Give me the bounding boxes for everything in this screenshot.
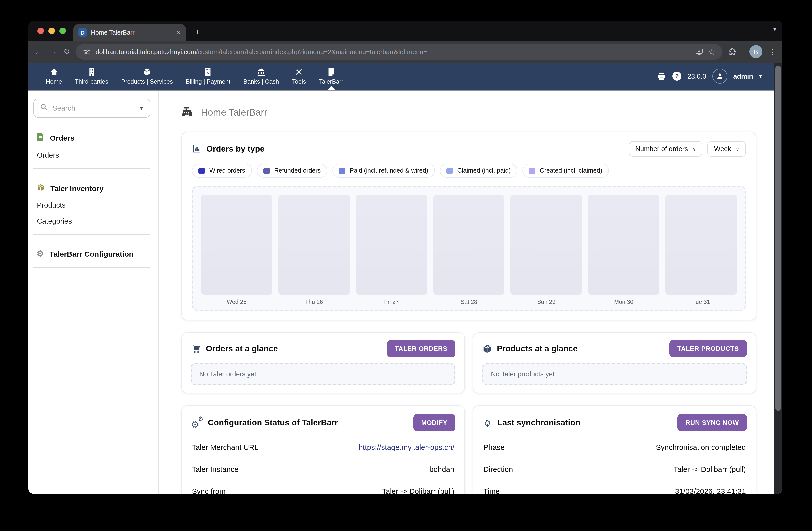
print-icon[interactable] [657, 72, 667, 81]
orders-period-select[interactable]: Week ∨ [708, 141, 746, 157]
sidebar-item-products[interactable]: Products [37, 201, 150, 209]
browser-toolbar: ← → ↻ dolibarr.tutorial.taler.potuzhnyi.… [29, 41, 783, 62]
module-icon [328, 67, 335, 76]
merchant-url-link[interactable]: https://stage.my.taler-ops.ch/ [359, 443, 454, 451]
close-tab-icon[interactable]: × [176, 29, 181, 36]
legend-item-paid[interactable]: Paid (incl. refunded & wired) [332, 164, 435, 178]
chart-column: Fri 27 [356, 195, 427, 306]
install-app-icon[interactable] [695, 47, 703, 56]
orders-empty-state: No Taler orders yet [191, 363, 455, 385]
product-box-icon [482, 344, 492, 353]
user-menu-chevron-icon[interactable]: ▾ [759, 73, 762, 79]
sidebar-section-taler-inventory[interactable]: Taler Inventory [37, 184, 150, 193]
gear-icon: ⚙ [37, 250, 44, 258]
row-label: Phase [483, 443, 505, 451]
x-tick-label: Sun 29 [511, 295, 582, 306]
chart-column: Mon 30 [588, 195, 660, 306]
building-icon [88, 67, 96, 76]
orders-metric-select[interactable]: Number of orders ∨ [629, 141, 703, 157]
zoom-window-button[interactable] [59, 28, 66, 34]
profile-avatar[interactable]: B [750, 45, 763, 58]
active-menu-caret [328, 86, 335, 89]
nav-item-home[interactable]: Home [40, 62, 69, 89]
nav-label: Products | Services [121, 78, 173, 85]
legend-label: Claimed (incl. paid) [457, 167, 511, 174]
legend-swatch [199, 167, 205, 174]
help-icon[interactable]: ? [672, 72, 682, 81]
reload-icon[interactable]: ↻ [63, 47, 70, 56]
minimize-window-button[interactable] [48, 28, 55, 34]
close-window-button[interactable] [38, 28, 44, 34]
modify-button[interactable]: MODIFY [413, 414, 455, 431]
nav-label: Banks | Cash [244, 78, 279, 85]
bar-placeholder [666, 195, 737, 295]
browser-window: D Home TalerBarr × + ▾ ← → ↻ dolibarr.tu… [29, 20, 783, 494]
select-value: Number of orders [636, 145, 688, 153]
page-viewport: Home Third parties Products | Services $… [29, 62, 783, 494]
sidebar-item-categories[interactable]: Categories [37, 217, 150, 225]
row-value: Taler -> Dolibarr (pull) [382, 487, 454, 494]
search-input[interactable] [53, 104, 134, 112]
bookmark-star-icon[interactable]: ☆ [708, 47, 715, 56]
chart-column: Tue 31 [666, 195, 737, 306]
app-navbar: Home Third parties Products | Services $… [29, 62, 774, 90]
chart-column: Wed 25 [201, 195, 273, 306]
nav-item-billing-payment[interactable]: $ Billing | Payment [179, 62, 237, 89]
page-scrollbar[interactable] [774, 62, 783, 494]
nav-item-tools[interactable]: Tools [286, 62, 313, 89]
sidebar-divider [33, 234, 150, 235]
tab-search-icon[interactable]: ▾ [773, 25, 777, 32]
bar-placeholder [588, 195, 660, 295]
nav-item-banks-cash[interactable]: Banks | Cash [237, 62, 286, 89]
row-label: Taler Merchant URL [192, 443, 259, 451]
navbar-right: ? 23.0.0 admin ▾ [657, 69, 769, 84]
browser-menu-icon[interactable]: ⋮ [768, 47, 777, 56]
taler-orders-button[interactable]: TALER ORDERS [387, 340, 455, 357]
user-name[interactable]: admin [733, 72, 753, 80]
nav-item-products-services[interactable]: Products | Services [115, 62, 179, 89]
config-row-instance: Taler Instance bohdan [191, 458, 455, 480]
row-value: 31/03/2026, 23:41:31 [675, 487, 746, 494]
new-tab-button[interactable]: + [191, 26, 204, 39]
bank-icon [257, 67, 265, 76]
url-text[interactable]: dolibarr.tutorial.taler.potuzhnyi.com/cu… [96, 48, 690, 55]
browser-tab[interactable]: D Home TalerBarr × [73, 24, 186, 41]
site-settings-icon[interactable] [83, 48, 91, 55]
bar-placeholder [278, 195, 350, 295]
svg-text:$: $ [207, 71, 209, 75]
x-tick-label: Wed 25 [201, 295, 273, 306]
legend-item-wired[interactable]: Wired orders [192, 164, 252, 178]
sidebar: ▼ Orders Orders Taler Inventory Produc [29, 90, 159, 494]
search-dropdown-caret-icon[interactable]: ▼ [139, 106, 144, 111]
address-bar[interactable]: dolibarr.tutorial.taler.potuzhnyi.com/cu… [76, 44, 723, 59]
nav-item-third-parties[interactable]: Third parties [69, 62, 115, 89]
scrollbar-thumb[interactable] [775, 66, 781, 411]
nav-label: Third parties [75, 78, 108, 85]
sidebar-section-orders[interactable]: Orders [37, 132, 150, 143]
nav-item-talerbarr[interactable]: TalerBarr [313, 62, 350, 89]
select-value: Week [714, 145, 731, 153]
config-rows: Taler Merchant URL https://stage.my.tale… [191, 436, 455, 494]
chevron-down-icon: ∨ [693, 146, 696, 152]
chart-column: Sun 29 [511, 195, 582, 306]
legend-item-created[interactable]: Created (incl. claimed) [522, 164, 609, 178]
taler-products-button[interactable]: TALER PRODUCTS [669, 340, 747, 357]
sidebar-divider [33, 168, 150, 169]
run-sync-now-button[interactable]: RUN SYNC NOW [678, 414, 747, 431]
extensions-icon[interactable] [728, 47, 737, 56]
sidebar-search[interactable]: ▼ [33, 99, 150, 117]
user-avatar[interactable] [712, 69, 727, 84]
legend-swatch [446, 167, 453, 174]
legend-item-refunded[interactable]: Refunded orders [257, 164, 327, 178]
bar-placeholder [433, 195, 505, 295]
bar-chart-icon [192, 144, 202, 154]
sidebar-section-talerbarr-configuration[interactable]: ⚙ TalerBarr Configuration [37, 250, 150, 258]
card-title: Products at a glance [497, 344, 578, 353]
card-title: Configuration Status of TalerBarr [208, 418, 338, 428]
back-icon[interactable]: ← [34, 47, 43, 56]
nav-label: Home [46, 78, 62, 85]
orders-glance-card: Orders at a glance TALER ORDERS No Taler… [182, 332, 465, 393]
legend-item-claimed[interactable]: Claimed (incl. paid) [440, 164, 517, 178]
sidebar-item-orders[interactable]: Orders [37, 151, 150, 159]
forward-icon[interactable]: → [49, 47, 58, 56]
